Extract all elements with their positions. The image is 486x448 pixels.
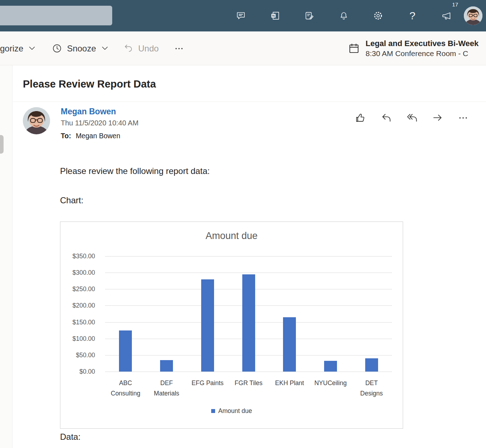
onenote-button[interactable]: N — [258, 0, 292, 31]
like-button[interactable] — [355, 113, 366, 123]
chart-y-axis: $350.00$300.00$250.00$200.00$150.00$100.… — [60, 256, 95, 372]
top-bar-actions: N — [224, 0, 486, 31]
help-icon: ? — [410, 10, 416, 21]
chart-x-labels: ABC ConsultingDEF MaterialsEFG PaintsFGR… — [105, 378, 392, 399]
email-subject: Please Review Report Data — [23, 78, 156, 90]
x-category-label: EKH Plant — [275, 378, 304, 399]
bar-def-materials — [160, 360, 173, 372]
undo-label: Undo — [138, 44, 159, 54]
svg-text:N: N — [272, 14, 275, 18]
chart-legend: Amount due — [60, 407, 403, 415]
x-category-label: ABC Consulting — [109, 378, 142, 399]
message-actions — [355, 113, 468, 123]
x-category-label: DEF Materials — [150, 378, 183, 399]
more-message-actions-button[interactable] — [458, 113, 468, 123]
message-header: Megan Bowen Thu 11/5/2020 10:40 AM To:Me… — [61, 107, 139, 140]
event-details: 8:30 AM Conference Room - C — [366, 49, 478, 58]
amount-due-chart: Amount due $350.00$300.00$250.00$200.00$… — [60, 221, 403, 429]
notifications-button[interactable] — [327, 0, 361, 31]
chart-bars — [105, 256, 392, 372]
reply-all-button[interactable] — [407, 113, 417, 123]
sent-time: Thu 11/5/2020 10:40 AM — [61, 119, 139, 127]
categorize-button[interactable]: gorize — [0, 44, 35, 54]
gear-icon — [373, 11, 383, 21]
bar-det-designs — [365, 358, 378, 372]
gridline — [105, 372, 392, 372]
notification-badge: 17 — [452, 1, 458, 8]
y-tick-label: $350.00 — [73, 253, 95, 260]
more-commands-button[interactable] — [174, 44, 184, 53]
app-top-bar: N — [0, 0, 486, 31]
undo-icon — [124, 44, 133, 53]
y-tick-label: $300.00 — [73, 269, 95, 277]
bar-ekh-plant — [283, 317, 296, 372]
snooze-label: Snooze — [67, 44, 96, 54]
to-recipients[interactable]: Megan Bowen — [76, 132, 120, 140]
outlook-window: N — [0, 0, 486, 448]
to-label: To: — [61, 132, 71, 140]
categorize-label: gorize — [0, 44, 23, 54]
clock-icon — [52, 44, 62, 53]
y-tick-label: $150.00 — [73, 318, 95, 326]
x-category-label: EFG Paints — [192, 378, 223, 399]
y-tick-label: $50.00 — [76, 351, 95, 359]
calendar-icon — [348, 43, 359, 54]
whats-new-button[interactable]: 17 — [430, 0, 464, 31]
forward-icon — [432, 113, 443, 123]
reading-pane: Please Review Report Data Megan Bowen Th… — [13, 65, 486, 448]
left-rail — [0, 65, 13, 448]
recipient-line: To:Megan Bowen — [61, 132, 139, 140]
legend-swatch — [211, 409, 215, 413]
chevron-down-icon — [102, 46, 108, 50]
todo-icon — [304, 11, 314, 21]
command-bar: gorize Snooze — [0, 31, 486, 65]
command-bar-left: gorize Snooze — [0, 31, 184, 65]
divider — [13, 101, 486, 102]
chart-legend-label: Amount due — [218, 407, 252, 415]
chart-heading: Chart: — [60, 195, 83, 205]
chart-title: Amount due — [60, 230, 403, 242]
reply-all-icon — [407, 113, 417, 123]
y-tick-label: $0.00 — [79, 368, 95, 375]
bar-nyuceiling — [324, 361, 337, 372]
reply-icon — [381, 113, 392, 123]
chevron-down-icon — [29, 46, 35, 50]
x-category-label: FGR Tiles — [235, 378, 263, 399]
sender-name[interactable]: Megan Bowen — [61, 107, 139, 116]
y-tick-label: $200.00 — [73, 302, 95, 309]
help-button[interactable]: ? — [395, 0, 430, 31]
reply-button[interactable] — [381, 113, 392, 123]
forward-button[interactable] — [432, 113, 443, 123]
upcoming-event[interactable]: Legal and Executives Bi-Week 8:30 AM Con… — [348, 31, 486, 65]
search-box[interactable] — [0, 6, 112, 25]
y-tick-label: $100.00 — [73, 335, 95, 342]
account-avatar — [464, 6, 482, 25]
email-body-intro: Please review the following report data: — [60, 166, 210, 176]
megaphone-icon — [442, 11, 452, 21]
bar-fgr-tiles — [242, 274, 255, 372]
x-category-label: NYUCeiling — [314, 378, 347, 399]
onenote-icon: N — [270, 11, 280, 21]
bar-abc-consulting — [119, 330, 132, 372]
account-button[interactable] — [464, 0, 485, 31]
bar-efg-paints — [201, 279, 214, 372]
bell-icon — [339, 11, 349, 21]
event-title: Legal and Executives Bi-Week — [366, 39, 478, 48]
todo-button[interactable] — [292, 0, 327, 31]
y-tick-label: $250.00 — [73, 285, 95, 293]
feedback-button[interactable] — [224, 0, 258, 31]
like-icon — [355, 113, 366, 123]
settings-button[interactable] — [361, 0, 395, 31]
data-heading: Data: — [60, 432, 80, 442]
sender-avatar[interactable] — [23, 107, 50, 134]
more-horizontal-icon — [174, 44, 184, 53]
undo-button[interactable]: Undo — [124, 44, 159, 54]
x-category-label: DET Designs — [355, 378, 388, 399]
snooze-button[interactable]: Snooze — [52, 44, 108, 54]
feedback-icon — [236, 11, 246, 21]
scrollbar-thumb[interactable] — [0, 135, 4, 154]
more-horizontal-icon — [458, 113, 468, 123]
